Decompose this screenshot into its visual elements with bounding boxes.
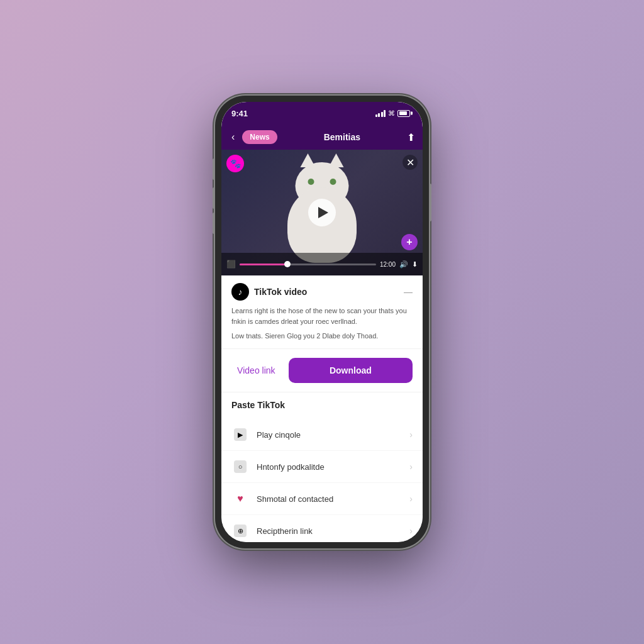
menu-item-label: Play cinqole: [257, 430, 402, 440]
play-triangle-icon: [318, 207, 328, 218]
video-time: 12:00: [380, 261, 396, 268]
nav-bar: ‹ News Bemitias ⬆: [221, 125, 423, 150]
chevron-right-icon: ›: [409, 494, 413, 504]
menu-item-icon: ⊕: [231, 522, 249, 540]
video-link-button[interactable]: Video link: [231, 365, 281, 375]
tiktok-logo-icon: ♪: [238, 287, 243, 297]
battery-icon: [397, 110, 410, 117]
nav-title: Bemitias: [282, 132, 402, 142]
menu-item[interactable]: ▶ Play cinqole ›: [221, 419, 423, 451]
download-small-icon[interactable]: ⬇: [412, 260, 418, 269]
video-add-button[interactable]: +: [401, 234, 418, 250]
video-avatar: 🐾: [226, 155, 244, 172]
menu-item-icon: ○: [231, 458, 249, 475]
menu-item[interactable]: ○ Hntonfy podkalitde ›: [221, 451, 423, 483]
progress-fill: [240, 264, 287, 265]
chevron-right-icon: ›: [409, 526, 413, 536]
volume-icon[interactable]: ⬛: [226, 260, 236, 269]
tiktok-dash: —: [404, 287, 413, 297]
progress-bar[interactable]: [240, 264, 376, 265]
cat-eye-left: [308, 179, 314, 185]
chevron-right-icon: ›: [409, 462, 413, 472]
tiktok-description: Learns right is the hose of the new to s…: [231, 306, 413, 326]
tiktok-header: ♪ TikTok video —: [231, 283, 413, 301]
news-pill[interactable]: News: [242, 130, 277, 144]
menu-item-label: Hntonfy podkalitde: [257, 462, 402, 472]
tiktok-title: TikTok video: [254, 287, 399, 297]
back-button[interactable]: ‹: [229, 129, 237, 145]
menu-list: ▶ Play cinqole › ○ Hntonfy podkalitde › …: [221, 419, 423, 542]
paste-section: Paste TikTok: [221, 392, 423, 419]
menu-item-icon: ♥: [231, 490, 249, 508]
status-bar: 9:41 ⌘: [221, 102, 423, 125]
cat-eye-right: [330, 179, 336, 185]
menu-item-icon: ▶: [231, 426, 249, 443]
tiktok-subtext: Low tnats. Sieren Glog you 2 Dlabe doly …: [231, 331, 413, 341]
video-close-button[interactable]: ✕: [402, 155, 418, 170]
status-icons: ⌘: [375, 109, 411, 118]
mute-icon[interactable]: 🔊: [399, 260, 408, 269]
cat-ear-left: [301, 153, 316, 167]
signal-icon: [375, 110, 386, 117]
phone-mockup: 9:41 ⌘ ‹ News Bemitias ⬆: [215, 96, 429, 548]
tiktok-logo: ♪: [231, 283, 249, 301]
menu-item-label: Reciptherin link: [257, 526, 402, 536]
cat-ear-right: [329, 153, 344, 167]
content-sheet: ♪ TikTok video — Learns right is the hos…: [221, 275, 423, 542]
share-icon[interactable]: ⬆: [407, 131, 415, 143]
video-controls: ⬛ 12:00 🔊 ⬇: [221, 253, 423, 275]
status-time: 9:41: [231, 109, 248, 118]
menu-item[interactable]: ♥ Shmotal of contacted ›: [221, 483, 423, 515]
download-button[interactable]: Download: [289, 358, 413, 383]
tiktok-info-section: ♪ TikTok video — Learns right is the hos…: [221, 275, 423, 349]
phone-screen: 9:41 ⌘ ‹ News Bemitias ⬆: [221, 102, 423, 542]
progress-dot: [284, 261, 291, 267]
paste-title: Paste TikTok: [231, 400, 413, 410]
action-buttons: Video link Download: [221, 349, 423, 392]
menu-item-label: Shmotal of contacted: [257, 494, 402, 504]
play-button[interactable]: [308, 199, 336, 226]
wifi-icon: ⌘: [388, 109, 395, 118]
video-player: 🐾 ✕ + ⬛ 12:00 🔊 ⬇: [221, 150, 423, 275]
menu-item[interactable]: ⊕ Reciptherin link ›: [221, 515, 423, 542]
chevron-right-icon: ›: [409, 430, 413, 440]
